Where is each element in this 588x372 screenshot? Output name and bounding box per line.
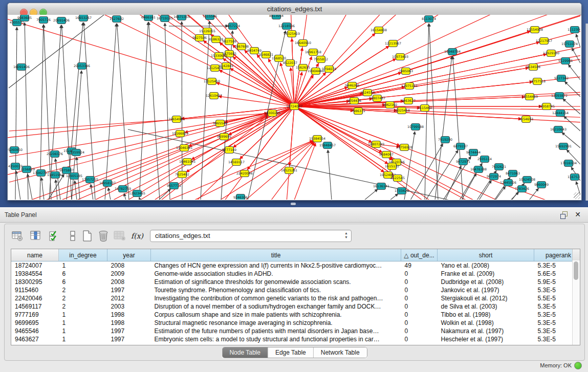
column-header-title[interactable]: title [151,249,401,261]
table-row[interactable]: 969969511998Structural magnetic resonanc… [11,319,580,327]
table-cell: Jankovic et al. (1997) [438,286,534,294]
table-cell: 1997 [107,286,151,294]
table-settings-icon[interactable] [11,229,24,243]
column-header-year[interactable]: year [107,249,151,261]
float-window-icon[interactable] [560,211,568,218]
graph-node-label: 9474444 [466,150,481,154]
table-row[interactable]: 977716911998Corpus callosum shape and si… [11,311,580,319]
graph-node-label: 7905726 [36,18,51,21]
table-cell: 1 [59,327,107,335]
tab-network-table[interactable]: Network Table [314,347,367,358]
graph-edge [56,180,57,200]
graph-node-label: 9115460 [418,106,432,110]
graph-edge [529,188,538,200]
table-panel-header: Table Panel ✕ [0,207,588,223]
table-vertical-scrollbar[interactable] [572,260,580,345]
graph-node-label: 9860049 [534,183,549,186]
graph-node-label: 15692991 [555,144,572,148]
delete-rows-icon[interactable] [97,229,110,243]
tab-node-table[interactable]: Node Table [222,347,268,358]
graph-edge [294,54,547,106]
new-table-icon[interactable] [80,229,94,243]
graph-node-label: 9227342 [554,76,569,80]
tab-edge-table[interactable]: Edge Table [268,347,314,358]
graph-node-label: 16091406 [13,65,30,69]
table-cell: 1 [59,319,107,327]
graph-node-label: 9657771 [167,184,181,187]
table-row[interactable]: 2242004622012Investigating the contribut… [11,294,580,302]
select-all-rows-icon[interactable] [48,229,61,243]
table-row[interactable]: 911546021997Tourette syndrome. Phenomeno… [11,286,580,294]
column-header-in_degree[interactable]: in_degree [59,249,107,261]
table-row[interactable]: 1830029562008Estimation of significance … [11,278,580,286]
table-row[interactable]: 1456911722003Disruption of a novel membe… [11,302,580,311]
graph-node-label: 18300295 [264,111,280,115]
table-cell: 18724007 [11,261,59,270]
graph-node-label: 16525261 [281,168,297,172]
graph-node-label: 16782759 [115,187,131,190]
graph-edge [108,188,111,200]
select-columns-icon[interactable] [29,229,42,243]
scrollbar-thumb[interactable] [574,261,578,280]
table-row[interactable]: 946554611997Estimation of the future num… [11,327,580,335]
row-height-icon[interactable] [66,229,79,243]
table-cell: 2003 [107,302,151,311]
graph-edge [228,106,294,135]
graph-node-label: 12218506 [278,24,295,28]
graph-edge [246,142,314,200]
graph-node-label: 6879197 [453,144,468,148]
graph-edge [91,184,93,200]
graph-edge [55,159,60,200]
table-cell: 18300295 [11,278,59,286]
table-type-tabs: Node TableEdge TableNetwork Table [222,347,367,358]
graph-node-label: 7632621 [492,165,506,168]
graph-node-label: 12905185 [66,174,82,178]
graph-node-label: 11554908 [527,28,543,31]
graph-node-label: 8454749 [247,49,262,52]
graph-node-label: 9146821 [259,53,273,56]
table-cell: 2 [59,302,107,311]
column-header-name[interactable]: name [11,249,59,261]
graph-node-label: 9794078 [322,67,336,71]
close-panel-icon[interactable]: ✕ [575,210,581,218]
column-header-short[interactable]: short [438,249,534,261]
window-resize-grip[interactable] [574,192,580,199]
graph-node-label: 7515546 [203,15,217,18]
memory-ok-indicator[interactable] [574,362,582,369]
table-cell: 0 [401,311,438,319]
table-cell: 0 [401,278,438,286]
graph-edge [219,96,294,106]
scrollbar-corner [572,249,580,261]
table-row[interactable]: 1938455462009Genome-wide association stu… [11,270,580,278]
graph-node-label: 6466161 [141,15,156,19]
table-row[interactable]: 946362711997Embryonic stem cells: a mode… [11,335,580,343]
graph-node-label: 7783426 [515,187,529,190]
table-cell: Corpus callosum shape and size in male p… [151,311,401,319]
table-cell: 2008 [107,261,151,270]
network-window-titlebar[interactable]: citations_edges.txt [8,3,581,15]
network-window[interactable]: citations_edges.txt 18724007183002951938… [7,3,582,201]
graph-node-label: 2867608 [234,45,249,48]
graph-node-label: 10807487 [369,96,385,100]
graph-node-label: 16961758 [305,50,321,54]
table-row[interactable]: 1872400712008Changes of HCN gene express… [11,261,580,270]
function-builder-icon[interactable]: f(x) [130,229,144,243]
graph-node-label: 11156829 [18,167,35,171]
graph-node-label: 9699695 [217,135,231,138]
graph-node-label: 8813054 [269,15,284,17]
graph-node-label: 16653267 [75,16,92,19]
table-cell: 9699695 [11,319,59,327]
graph-node-label: 19384554 [309,137,325,140]
network-view-canvas[interactable]: 1872400718300295193845541522605598275068… [8,15,580,200]
graph-node-label: 14569117 [228,160,245,164]
graph-edge [364,189,378,200]
table-cell: Disruption of a novel member of a sodium… [151,302,401,311]
table-cell: Changes of HCN gene expression and I(f) … [151,261,401,270]
panel-splitter-handle[interactable] [291,203,296,205]
graph-edge [233,106,294,200]
column-header-out_de[interactable]: △ out_de... [401,249,438,261]
table-cell: 2 [59,286,107,294]
network-table-selector[interactable]: citations_edges.txt ▲▼ [150,230,352,242]
table-cell: 0 [401,270,438,278]
graph-node-label: 9083685 [17,16,32,19]
